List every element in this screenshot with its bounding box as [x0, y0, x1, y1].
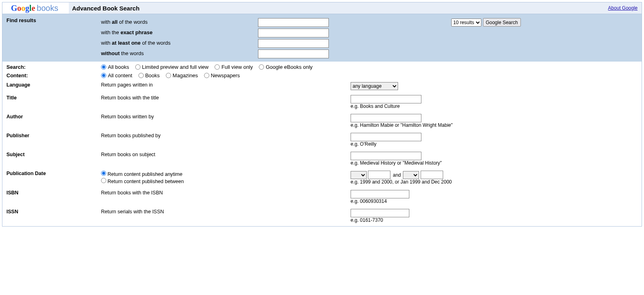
find-results-label: Find results — [2, 14, 101, 62]
radio-all-books[interactable]: All books — [101, 64, 129, 70]
at-least-one-input[interactable] — [258, 39, 329, 48]
publisher-input[interactable] — [351, 133, 421, 141]
google-search-button[interactable]: Google Search — [483, 18, 521, 27]
radio-limited-preview[interactable]: Limited preview and full view — [135, 64, 208, 70]
issn-desc: Return serials with the ISSN — [101, 206, 258, 226]
to-year-input[interactable] — [421, 171, 443, 179]
page-container: Googlebooks Advanced Book Search About G… — [2, 2, 642, 227]
language-desc: Return pages written in — [101, 80, 258, 93]
publisher-label: Publisher — [2, 130, 101, 149]
page-title: Advanced Book Search — [69, 5, 608, 12]
desc-without-words: without the words — [101, 50, 144, 56]
radio-pubdate-between[interactable]: Return content published between — [101, 178, 258, 185]
about-google-link[interactable]: About Google — [608, 5, 642, 11]
from-month-select[interactable] — [351, 171, 367, 179]
and-text: and — [393, 172, 401, 178]
search-form: Find results with all of the words 10 re… — [2, 14, 642, 226]
language-label: Language — [2, 80, 101, 93]
subject-desc: Return books on subject — [101, 149, 258, 168]
without-words-input[interactable] — [258, 50, 329, 58]
subject-label: Subject — [2, 149, 101, 168]
to-month-select[interactable] — [403, 171, 419, 179]
language-select[interactable]: any language — [351, 82, 398, 90]
author-label: Author — [2, 111, 101, 130]
author-eg: e.g. Hamilton Mabie or "Hamilton Wright … — [351, 122, 453, 128]
isbn-eg: e.g. 0060930314 — [351, 198, 387, 204]
title-label: Title — [2, 93, 101, 111]
from-year-input[interactable] — [368, 171, 390, 179]
results-count-select[interactable]: 10 results — [451, 19, 481, 27]
title-input[interactable] — [351, 95, 421, 103]
desc-all-words: with all of the words — [101, 19, 148, 25]
pubdate-label: Publication Date — [2, 168, 101, 188]
author-desc: Return books written by — [101, 111, 258, 130]
author-input[interactable] — [351, 114, 421, 122]
content-scope-radios: All content Books Magazines Newspapers — [101, 72, 642, 78]
radio-google-ebooks[interactable]: Google eBooks only — [259, 64, 312, 70]
title-desc: Return books with the title — [101, 93, 258, 111]
title-eg: e.g. Books and Culture — [351, 103, 400, 109]
radio-full-view[interactable]: Full view only — [215, 64, 253, 70]
issn-eg: e.g. 0161-7370 — [351, 217, 383, 223]
all-words-input[interactable] — [258, 18, 329, 27]
logo-container: Googlebooks — [2, 2, 69, 14]
radio-all-content[interactable]: All content — [101, 72, 132, 78]
content-scope-label: Content: — [2, 71, 101, 80]
subject-eg: e.g. Medieval History or "Medieval Histo… — [351, 160, 442, 166]
subject-input[interactable] — [351, 152, 421, 160]
desc-exact-phrase: with the exact phrase — [101, 29, 153, 35]
google-books-logo[interactable]: Googlebooks — [11, 4, 58, 13]
publisher-eg: e.g. O'Reilly — [351, 141, 376, 147]
header-bar: Googlebooks Advanced Book Search About G… — [2, 2, 642, 14]
publisher-desc: Return books published by — [101, 130, 258, 149]
desc-at-least-one: with at least one of the words — [101, 40, 171, 46]
radio-pubdate-anytime[interactable]: Return content published anytime — [101, 171, 258, 178]
issn-input[interactable] — [351, 209, 409, 217]
pubdate-eg: e.g. 1999 and 2000, or Jan 1999 and Dec … — [351, 179, 452, 185]
search-scope-radios: All books Limited preview and full view … — [101, 64, 642, 70]
isbn-desc: Return books with the ISBN — [101, 188, 258, 206]
exact-phrase-input[interactable] — [258, 29, 329, 37]
search-scope-label: Search: — [2, 62, 101, 71]
radio-magazines[interactable]: Magazines — [166, 72, 198, 78]
isbn-input[interactable] — [351, 190, 409, 198]
radio-newspapers[interactable]: Newspapers — [204, 72, 240, 78]
isbn-label: ISBN — [2, 188, 101, 206]
radio-books[interactable]: Books — [138, 72, 160, 78]
issn-label: ISSN — [2, 206, 101, 226]
